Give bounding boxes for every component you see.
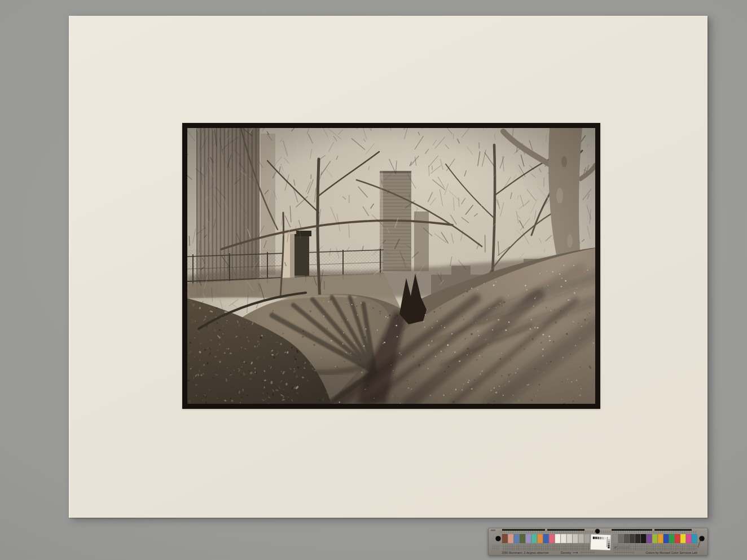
color-patch: [692, 534, 697, 543]
registration-hole-icon: [495, 536, 501, 541]
color-patch: [561, 534, 566, 543]
munsell-credit-label: Colors by Munsell Color Services Lab: [645, 551, 697, 554]
color-patch: [508, 534, 513, 543]
wedge-step: [608, 543, 609, 545]
color-patch: [675, 534, 680, 543]
color-patch: [537, 534, 543, 543]
color-patch: [531, 534, 537, 543]
color-patch: [663, 534, 669, 543]
density-label: Density: [561, 551, 572, 554]
photographic-print: [182, 123, 600, 409]
wedge-step: [608, 546, 609, 548]
wedge-step: [600, 537, 602, 539]
color-patch: [566, 534, 572, 543]
digitization-stage: D50 Illuminant, 2 degree observer Densit…: [0, 0, 747, 560]
grayscale-step-card: [591, 534, 611, 550]
color-patch: [624, 534, 629, 543]
scale-label-smudge: [491, 530, 495, 531]
color-calibration-target: D50 Illuminant, 2 degree observer Densit…: [488, 528, 708, 555]
illuminant-label: D50 Illuminant, 2 degree observer: [502, 551, 549, 554]
color-patch: [658, 534, 663, 543]
color-patch: [502, 534, 508, 543]
mat-board: [69, 16, 708, 518]
color-patch: [669, 534, 674, 543]
color-patch: [647, 534, 652, 543]
color-patch: [641, 534, 646, 543]
color-patch: [549, 534, 555, 543]
color-patch: [520, 534, 525, 543]
wedge-step: [604, 537, 607, 539]
color-patch: [652, 534, 657, 543]
color-patch: [573, 534, 578, 543]
wedge-step: [608, 545, 609, 546]
wedge-step: [608, 541, 610, 543]
color-patch: [514, 534, 520, 543]
color-patch: [635, 534, 640, 543]
color-patch: [555, 534, 561, 543]
photograph-image: [187, 128, 595, 404]
wedge-step: [597, 537, 600, 539]
color-patch: [680, 534, 686, 543]
density-values-smudge: [614, 552, 634, 553]
wedge-step: [608, 539, 610, 541]
density-values-smudge: [580, 552, 595, 553]
color-patch: [630, 534, 635, 543]
wedge-step: [595, 537, 597, 539]
color-patch: [613, 534, 618, 543]
color-patch: [526, 534, 531, 543]
wedge-step: [593, 537, 595, 539]
color-patch: [578, 534, 584, 543]
color-patch: [585, 534, 590, 543]
registration-hole-icon: [595, 529, 600, 533]
arrow-right-icon: [573, 552, 578, 554]
color-patch: [543, 534, 549, 543]
wedge-step: [608, 537, 610, 539]
color-patch: [686, 534, 691, 543]
wedge-step: [602, 537, 604, 539]
color-patch: [618, 534, 623, 543]
